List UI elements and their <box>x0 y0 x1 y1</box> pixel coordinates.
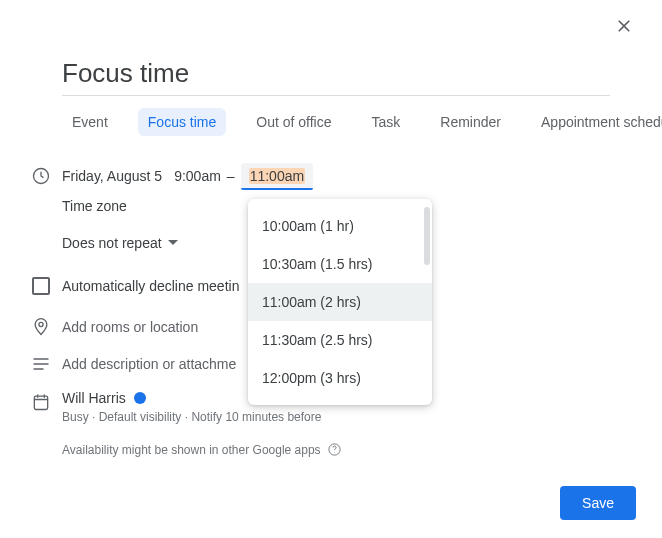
location-row[interactable]: Add rooms or location <box>20 317 198 337</box>
dropdown-scrollbar[interactable] <box>424 207 430 265</box>
end-option-0[interactable]: 10:00am (1 hr) <box>248 207 432 245</box>
decline-label: Automatically decline meetin <box>62 278 239 294</box>
end-time-picker[interactable]: 11:00am <box>241 163 313 189</box>
time-separator: – <box>227 168 235 184</box>
tab-event[interactable]: Event <box>62 108 118 136</box>
date-picker[interactable]: Friday, August 5 <box>62 168 162 184</box>
svg-rect-2 <box>34 396 47 409</box>
svg-point-1 <box>39 322 43 326</box>
tab-task[interactable]: Task <box>362 108 411 136</box>
tab-out-of-office[interactable]: Out of office <box>246 108 341 136</box>
checkbox-icon <box>20 277 62 295</box>
time-row: Friday, August 5 9:00am – 11:00am <box>20 163 313 189</box>
timezone-row[interactable]: Time zone <box>20 198 127 214</box>
event-title[interactable]: Focus time <box>62 58 610 96</box>
chevron-down-icon <box>168 240 178 246</box>
end-option-2[interactable]: 11:00am (2 hrs) <box>248 283 432 321</box>
event-type-tabs: Event Focus time Out of office Task Remi… <box>62 108 662 136</box>
end-option-1[interactable]: 10:30am (1.5 hrs) <box>248 245 432 283</box>
end-option-3[interactable]: 11:30am (2.5 hrs) <box>248 321 432 359</box>
location-icon <box>20 317 62 337</box>
start-time-picker[interactable]: 9:00am <box>174 168 221 184</box>
description-icon <box>20 354 62 374</box>
tab-focus-time[interactable]: Focus time <box>138 108 226 136</box>
close-button[interactable] <box>612 14 636 38</box>
availability-note: Availability might be shown in other Goo… <box>62 442 342 457</box>
close-icon <box>614 16 634 36</box>
tab-appointment[interactable]: Appointment schedule <box>531 108 662 136</box>
help-icon[interactable] <box>327 442 342 457</box>
timezone-label: Time zone <box>62 198 127 214</box>
end-time-value: 11:00am <box>249 168 305 184</box>
repeat-label: Does not repeat <box>62 235 162 251</box>
description-placeholder: Add description or attachme <box>62 356 236 372</box>
tab-reminder[interactable]: Reminder <box>430 108 511 136</box>
color-dot <box>134 392 146 404</box>
location-placeholder: Add rooms or location <box>62 319 198 335</box>
calendar-icon <box>20 392 62 412</box>
active-underline <box>241 188 313 190</box>
description-row[interactable]: Add description or attachme <box>20 354 236 374</box>
repeat-row[interactable]: Does not repeat <box>20 235 178 251</box>
save-button[interactable]: Save <box>560 486 636 520</box>
end-option-4[interactable]: 12:00pm (3 hrs) <box>248 359 432 397</box>
svg-point-4 <box>334 452 335 453</box>
user-name: Will Harris <box>62 390 126 406</box>
decline-row[interactable]: Automatically decline meetin <box>20 277 239 295</box>
user-sub: Busy · Default visibility · Notify 10 mi… <box>62 410 321 424</box>
clock-icon <box>20 166 62 186</box>
availability-text: Availability might be shown in other Goo… <box>62 443 321 457</box>
end-time-dropdown: 10:00am (1 hr) 10:30am (1.5 hrs) 11:00am… <box>248 199 432 405</box>
